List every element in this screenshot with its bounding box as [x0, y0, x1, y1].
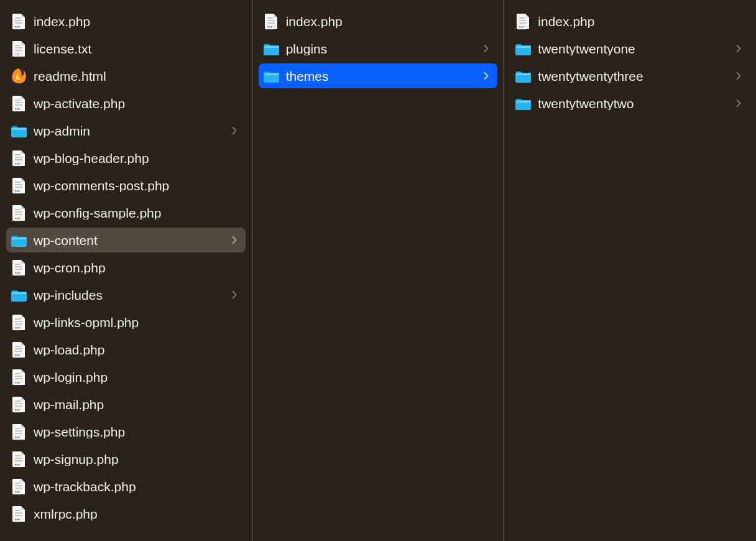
item-label: wp-includes — [34, 289, 229, 302]
folder-icon — [10, 286, 27, 303]
chevron-right-icon — [229, 126, 239, 136]
file-item[interactable]: index.php — [510, 9, 750, 34]
folder-icon — [514, 95, 532, 112]
folder-icon — [10, 122, 27, 139]
item-label: xmlrpc.php — [34, 507, 239, 520]
file-item[interactable]: wp-trackback.php — [6, 474, 246, 499]
php-file-icon — [10, 341, 27, 358]
file-item[interactable]: xmlrpc.php — [6, 501, 246, 526]
folder-icon — [10, 231, 27, 249]
php-file-icon — [10, 450, 27, 468]
item-label: index.php — [538, 15, 744, 28]
php-file-icon — [10, 12, 27, 30]
item-label: wp-settings.php — [34, 425, 239, 438]
php-file-icon — [10, 149, 27, 167]
folder-icon — [514, 67, 532, 85]
item-label: wp-load.php — [34, 343, 239, 356]
php-file-icon — [10, 313, 27, 331]
php-file-icon — [10, 423, 27, 440]
chevron-right-icon — [734, 71, 744, 81]
folder-item[interactable]: wp-admin — [6, 118, 246, 143]
php-file-icon — [262, 12, 280, 30]
item-label: wp-comments-post.php — [34, 179, 239, 192]
chevron-right-icon — [481, 71, 491, 81]
item-label: wp-trackback.php — [34, 480, 239, 493]
php-file-icon — [10, 95, 27, 112]
chevron-right-icon — [229, 235, 239, 245]
php-file-icon — [10, 368, 27, 386]
folder-item[interactable]: wp-content — [6, 228, 246, 252]
folder-icon — [262, 67, 280, 85]
chevron-right-icon — [229, 290, 239, 300]
item-label: wp-content — [34, 234, 229, 247]
file-item[interactable]: wp-signup.php — [6, 446, 246, 471]
folder-item[interactable]: twentytwentythree — [510, 63, 750, 88]
item-label: readme.html — [34, 70, 239, 83]
folder-item[interactable]: plugins — [259, 36, 498, 61]
finder-column-view: index.phplicense.txtreadme.htmlwp-activa… — [0, 0, 756, 541]
php-file-icon — [10, 505, 27, 522]
item-label: twentytwentytwo — [538, 97, 734, 110]
php-file-icon — [10, 177, 27, 194]
item-label: wp-signup.php — [34, 453, 239, 466]
item-label: wp-config-sample.php — [34, 206, 239, 220]
php-file-icon — [10, 204, 27, 221]
folder-item[interactable]: twentytwentyone — [510, 36, 750, 61]
item-label: twentytwentythree — [538, 70, 734, 83]
file-item[interactable]: wp-cron.php — [6, 255, 246, 280]
chevron-right-icon — [481, 44, 491, 53]
item-label: wp-login.php — [34, 371, 239, 384]
php-file-icon — [10, 395, 27, 413]
item-label: wp-cron.php — [34, 261, 239, 274]
file-item[interactable]: readme.html — [6, 63, 246, 88]
php-file-icon — [10, 478, 27, 495]
file-item[interactable]: index.php — [259, 9, 498, 34]
folder-icon — [262, 40, 280, 57]
chevron-right-icon — [734, 98, 744, 108]
file-item[interactable]: wp-activate.php — [6, 91, 246, 116]
item-label: wp-admin — [34, 124, 229, 137]
column-2[interactable]: index.phptwentytwentyonetwentytwentythre… — [504, 0, 756, 541]
item-label: plugins — [286, 42, 482, 55]
folder-item[interactable]: themes — [259, 63, 498, 88]
folder-icon — [514, 40, 532, 57]
file-item[interactable]: wp-login.php — [6, 364, 246, 389]
file-item[interactable]: wp-load.php — [6, 337, 246, 362]
file-item[interactable]: wp-links-opml.php — [6, 310, 246, 335]
column-1[interactable]: index.phppluginsthemes — [252, 0, 505, 541]
item-label: wp-blog-header.php — [34, 152, 239, 165]
item-label: wp-mail.php — [34, 398, 239, 411]
item-label: wp-links-opml.php — [34, 316, 239, 329]
file-item[interactable]: wp-comments-post.php — [6, 173, 246, 198]
file-item[interactable]: license.txt — [6, 36, 246, 61]
file-item[interactable]: wp-settings.php — [6, 419, 246, 444]
txt-file-icon — [10, 40, 27, 57]
file-item[interactable]: index.php — [6, 9, 246, 34]
folder-item[interactable]: twentytwentytwo — [510, 91, 750, 116]
file-item[interactable]: wp-config-sample.php — [6, 200, 246, 225]
file-item[interactable]: wp-mail.php — [6, 392, 246, 417]
item-label: license.txt — [34, 42, 239, 55]
item-label: index.php — [286, 15, 492, 28]
column-0[interactable]: index.phplicense.txtreadme.htmlwp-activa… — [0, 0, 252, 541]
item-label: wp-activate.php — [34, 97, 239, 110]
folder-item[interactable]: wp-includes — [6, 282, 246, 307]
item-label: index.php — [34, 15, 239, 28]
php-file-icon — [10, 259, 27, 276]
file-item[interactable]: wp-blog-header.php — [6, 146, 246, 170]
item-label: themes — [286, 70, 482, 83]
item-label: twentytwentyone — [538, 42, 734, 55]
chevron-right-icon — [734, 44, 744, 53]
php-file-icon — [514, 12, 532, 30]
html-file-icon — [10, 67, 27, 85]
